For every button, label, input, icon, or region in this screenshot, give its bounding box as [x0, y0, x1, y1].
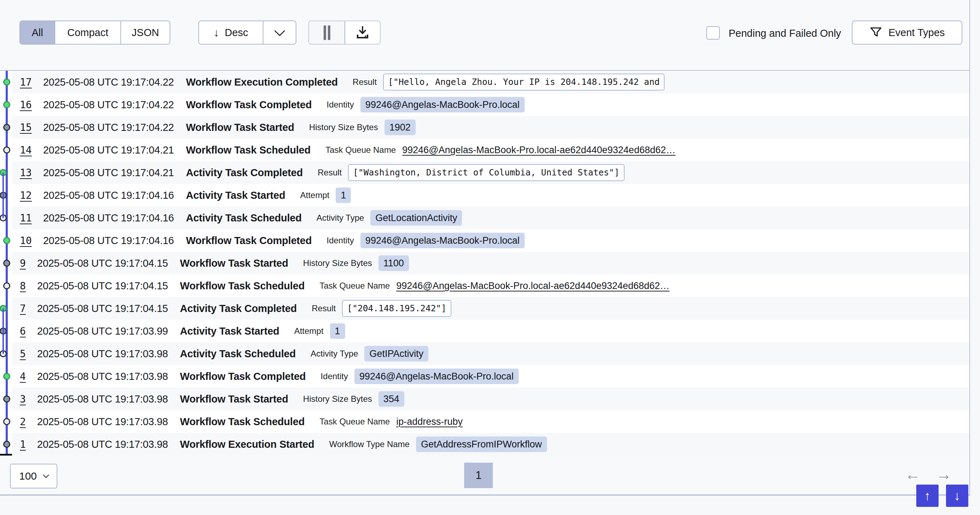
event-name: Activity Task Completed	[186, 167, 303, 179]
event-detail-value: 99246@Angelas-MacBook-Pro.local	[360, 97, 525, 113]
event-id-link[interactable]: 7	[20, 303, 26, 314]
event-row[interactable]: 10 2025-05-08 UTC 19:17:04.16 Workflow T…	[12, 229, 969, 252]
event-status-dot-gray	[3, 441, 10, 448]
event-detail-label: Identity	[326, 100, 354, 109]
event-row[interactable]: 9 2025-05-08 UTC 19:17:04.15 Workflow Ta…	[12, 252, 969, 274]
pending-failed-label: Pending and Failed Only	[729, 28, 841, 39]
event-row[interactable]: 8 2025-05-08 UTC 19:17:04.15 Workflow Ta…	[12, 274, 969, 297]
event-name: Workflow Execution Started	[180, 439, 314, 450]
event-id-link[interactable]: 3	[20, 393, 26, 405]
event-timestamp: 2025-05-08 UTC 19:17:04.22	[43, 76, 174, 88]
event-timestamp: 2025-05-08 UTC 19:17:03.98	[37, 393, 168, 405]
tab-compact[interactable]: Compact	[54, 21, 120, 44]
event-row[interactable]: 13 2025-05-08 UTC 19:17:04.21 Activity T…	[12, 161, 969, 184]
event-id-link[interactable]: 17	[20, 76, 32, 88]
scroll-to-top-button[interactable]: ↑	[916, 485, 939, 507]
event-detail-value: ["Washington, District of Columbia, Unit…	[348, 164, 624, 181]
event-name: Workflow Task Started	[180, 258, 288, 269]
filter-funnel-icon	[869, 26, 883, 39]
download-button[interactable]	[345, 21, 380, 44]
event-id-link[interactable]: 14	[20, 144, 32, 156]
timeline-group-connector	[3, 173, 4, 218]
event-name: Workflow Task Completed	[180, 371, 305, 382]
event-row[interactable]: 4 2025-05-08 UTC 19:17:03.98 Workflow Ta…	[12, 365, 969, 388]
event-detail-value[interactable]: 99246@Angelas-MacBook-Pro.local-ae62d440…	[402, 145, 676, 155]
event-row[interactable]: 2 2025-05-08 UTC 19:17:03.98 Workflow Ta…	[12, 410, 969, 433]
event-row[interactable]: 12 2025-05-08 UTC 19:17:04.16 Activity T…	[12, 184, 969, 206]
event-types-button[interactable]: Event Types	[852, 21, 962, 44]
event-id-link[interactable]: 5	[20, 348, 26, 360]
event-row[interactable]: 7 2025-05-08 UTC 19:17:04.15 Activity Ta…	[12, 297, 969, 320]
pending-failed-checkbox[interactable]	[706, 26, 720, 40]
event-detail-value: 1	[336, 187, 351, 203]
tab-all[interactable]: All	[20, 21, 54, 44]
event-detail-label: History Size Bytes	[303, 394, 372, 404]
event-detail-value: 1902	[385, 120, 416, 135]
tab-json[interactable]: JSON	[120, 21, 170, 44]
event-history-table: 17 2025-05-08 UTC 19:17:04.22 Workflow E…	[0, 70, 969, 456]
event-row[interactable]: 15 2025-05-08 UTC 19:17:04.22 Workflow T…	[12, 116, 969, 139]
event-timestamp: 2025-05-08 UTC 19:17:04.15	[37, 280, 168, 292]
event-row[interactable]: 3 2025-05-08 UTC 19:17:03.98 Workflow Ta…	[12, 388, 969, 410]
event-row[interactable]: 16 2025-05-08 UTC 19:17:04.22 Workflow T…	[12, 93, 969, 116]
event-timestamp: 2025-05-08 UTC 19:17:03.98	[37, 348, 168, 360]
event-timestamp: 2025-05-08 UTC 19:17:04.16	[43, 212, 174, 224]
event-id-link[interactable]: 16	[20, 99, 32, 111]
event-id-link[interactable]: 4	[20, 371, 26, 382]
event-detail-value: GetIPActivity	[364, 346, 428, 361]
event-name: Activity Task Completed	[180, 303, 297, 314]
sort-dropdown-button[interactable]	[263, 21, 296, 44]
event-detail-label: Identity	[326, 236, 354, 246]
event-row[interactable]: 17 2025-05-08 UTC 19:17:04.22 Workflow E…	[12, 71, 969, 93]
event-id-link[interactable]: 15	[20, 122, 32, 133]
event-id-link[interactable]: 13	[20, 167, 32, 179]
event-id-link[interactable]: 12	[20, 190, 32, 201]
page-size-select[interactable]: 100	[10, 464, 57, 488]
event-row[interactable]: 1 2025-05-08 UTC 19:17:03.98 Workflow Ex…	[12, 433, 969, 456]
event-detail-label: Task Queue Name	[325, 145, 396, 155]
event-row[interactable]: 14 2025-05-08 UTC 19:17:04.21 Workflow T…	[12, 139, 969, 161]
event-detail-label: Workflow Type Name	[329, 439, 410, 449]
event-name: Workflow Task Scheduled	[180, 280, 304, 292]
event-detail-value: 99246@Angelas-MacBook-Pro.local	[360, 233, 525, 248]
event-name: Workflow Task Completed	[186, 235, 312, 247]
page-number-button[interactable]: 1	[464, 463, 493, 488]
event-status-dot-gray	[3, 395, 10, 402]
event-id-link[interactable]: 11	[20, 212, 32, 224]
event-timestamp: 2025-05-08 UTC 19:17:04.21	[43, 144, 174, 156]
event-detail-label: Task Queue Name	[319, 417, 390, 426]
page-size-value: 100	[19, 470, 37, 482]
event-timestamp: 2025-05-08 UTC 19:17:04.22	[43, 99, 174, 111]
event-detail-value[interactable]: ip-address-ruby	[396, 416, 463, 427]
timeline-group-connector	[3, 309, 4, 354]
event-detail-value: GetAddressFromIPWorkflow	[416, 436, 547, 452]
event-name: Workflow Task Scheduled	[180, 416, 304, 428]
scroll-to-bottom-button[interactable]: ↓	[946, 485, 968, 507]
event-detail-value[interactable]: 99246@Angelas-MacBook-Pro.local-ae62d440…	[396, 280, 670, 292]
event-status-dot-gray	[3, 260, 10, 267]
event-detail-value: 99246@Angelas-MacBook-Pro.local	[355, 369, 519, 384]
event-row[interactable]: 6 2025-05-08 UTC 19:17:03.99 Activity Ta…	[12, 320, 969, 342]
event-name: Activity Task Started	[186, 190, 285, 201]
event-id-link[interactable]: 8	[20, 280, 26, 292]
event-detail-value: 1100	[379, 255, 409, 271]
event-id-link[interactable]: 6	[20, 325, 26, 337]
event-timestamp: 2025-05-08 UTC 19:17:03.99	[37, 325, 168, 337]
event-row[interactable]: 11 2025-05-08 UTC 19:17:04.16 Activity T…	[12, 206, 969, 229]
sort-desc-button[interactable]: ↓ Desc	[199, 21, 263, 44]
download-icon	[355, 24, 371, 41]
event-detail-label: Attempt	[294, 326, 324, 336]
event-status-dot-green	[3, 79, 10, 86]
event-detail-label: Result	[312, 303, 336, 314]
arrow-down-icon: ↓	[213, 27, 219, 38]
event-id-link[interactable]: 2	[20, 416, 26, 428]
pause-button[interactable]	[309, 21, 345, 44]
event-name: Activity Task Started	[180, 325, 279, 337]
previous-page-arrow-icon[interactable]: ←	[905, 466, 921, 483]
next-page-arrow-icon[interactable]: →	[936, 466, 952, 483]
event-row[interactable]: 5 2025-05-08 UTC 19:17:03.98 Activity Ta…	[12, 342, 969, 365]
pause-icon	[324, 25, 326, 40]
event-id-link[interactable]: 1	[20, 439, 26, 450]
event-id-link[interactable]: 9	[20, 258, 26, 269]
event-id-link[interactable]: 10	[20, 235, 32, 247]
